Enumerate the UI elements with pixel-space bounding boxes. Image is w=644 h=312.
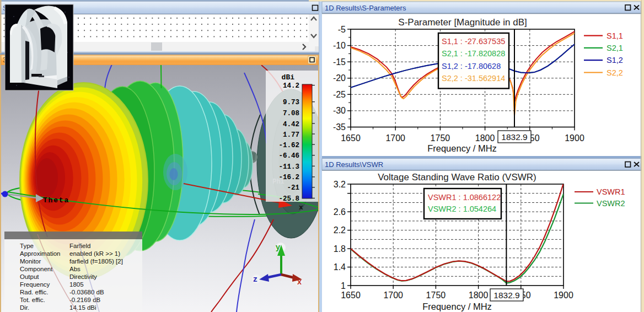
svg-text:1900: 1900 — [565, 133, 584, 143]
svg-text:VSWR1 : 1.0866122: VSWR1 : 1.0866122 — [428, 193, 501, 202]
svg-text:1: 1 — [341, 281, 346, 291]
svg-text:1800: 1800 — [475, 133, 495, 143]
svg-text:dBi: dBi — [282, 73, 295, 82]
svg-text:1.77: 1.77 — [283, 131, 299, 139]
svg-text:-25: -25 — [333, 90, 346, 99]
svg-text:1832.9: 1832.9 — [501, 132, 527, 142]
svg-text:9.73: 9.73 — [283, 99, 299, 106]
svg-text:y: y — [276, 243, 281, 252]
svg-text:-6.46: -6.46 — [278, 152, 299, 160]
svg-text:S2,1 : -17.820828: S2,1 : -17.820828 — [442, 49, 505, 58]
svg-text:1700: 1700 — [383, 291, 403, 300]
svg-text:-20: -20 — [333, 73, 346, 83]
svg-text:x: x — [297, 278, 302, 287]
svg-text:-15: -15 — [333, 57, 346, 67]
svg-text:Monitor: Monitor — [20, 258, 41, 265]
svg-text:1D Results\VSWR: 1D Results\VSWR — [325, 160, 383, 169]
svg-text:-10: -10 — [333, 41, 346, 50]
svg-text:-35: -35 — [333, 122, 346, 132]
svg-text:Frequency / MHz: Frequency / MHz — [427, 143, 497, 153]
svg-text:1650: 1650 — [341, 291, 361, 300]
svg-text:14.2: 14.2 — [283, 82, 299, 90]
svg-text:farfield (f=1805) [2]: farfield (f=1805) [2] — [69, 258, 123, 265]
svg-text:1805: 1805 — [69, 281, 84, 288]
svg-text:S1,1 : -27.637535: S1,1 : -27.637535 — [442, 37, 505, 46]
svg-text:2.6: 2.6 — [334, 207, 346, 217]
svg-text:-1.62: -1.62 — [278, 142, 299, 149]
svg-text:S2,1: S2,1 — [607, 44, 623, 52]
svg-text:z: z — [253, 275, 257, 284]
svg-text:S2,2 : -31.562914: S2,2 : -31.562914 — [442, 74, 505, 83]
svg-text:1D Results\S-Parameters: 1D Results\S-Parameters — [325, 4, 406, 12]
svg-text:-30: -30 — [333, 106, 346, 115]
svg-text:-21: -21 — [287, 184, 299, 192]
svg-text:1.8: 1.8 — [334, 244, 346, 254]
svg-text:4.42: 4.42 — [283, 121, 299, 128]
svg-text:-11.3: -11.3 — [278, 163, 299, 171]
svg-text:VSWR1: VSWR1 — [597, 187, 625, 196]
svg-text:S1,1: S1,1 — [607, 31, 623, 40]
svg-text:VSWR2: VSWR2 — [597, 199, 625, 208]
svg-text:x: x — [299, 203, 303, 212]
svg-text:enabled (kR >> 1): enabled (kR >> 1) — [69, 250, 120, 257]
svg-text:Tot. effic.: Tot. effic. — [20, 297, 45, 303]
svg-text:Rad. effic.: Rad. effic. — [20, 289, 49, 295]
svg-text:3.2: 3.2 — [334, 180, 346, 189]
svg-text:1832.9: 1832.9 — [493, 291, 519, 300]
svg-text:S2,2: S2,2 — [607, 68, 623, 77]
svg-text:Abs: Abs — [69, 266, 80, 272]
svg-text:Theta: Theta — [43, 196, 69, 205]
svg-text:1900: 1900 — [554, 291, 573, 300]
svg-text:Component: Component — [20, 266, 53, 272]
svg-text:14.15 dBi: 14.15 dBi — [69, 304, 96, 311]
svg-text:Approximation: Approximation — [20, 250, 61, 257]
svg-text:-0.03680 dB: -0.03680 dB — [69, 289, 104, 295]
svg-text:-25.8: -25.8 — [278, 195, 299, 203]
svg-text:Frequency / MHz: Frequency / MHz — [422, 302, 492, 311]
svg-text:Type: Type — [20, 243, 34, 249]
svg-text:S-Parameter [Magnitude in dB]: S-Parameter [Magnitude in dB] — [398, 17, 527, 28]
svg-text:VSWR2 : 1.054264: VSWR2 : 1.054264 — [428, 205, 496, 213]
svg-text:S1,2: S1,2 — [607, 56, 623, 64]
svg-text:1700: 1700 — [385, 133, 405, 143]
svg-text:S1,2 : -17.80628: S1,2 : -17.80628 — [442, 62, 501, 71]
svg-text:1.4: 1.4 — [334, 262, 346, 272]
svg-text:Output: Output — [20, 273, 39, 280]
svg-text:1750: 1750 — [426, 291, 446, 300]
svg-text:Directivity: Directivity — [69, 273, 97, 280]
svg-text:1800: 1800 — [469, 291, 489, 300]
svg-text:Dir.: Dir. — [20, 304, 29, 311]
svg-text:2.2: 2.2 — [334, 225, 346, 235]
svg-text:Frequency: Frequency — [20, 281, 50, 288]
svg-text:7.08: 7.08 — [283, 110, 299, 117]
svg-text:-5: -5 — [338, 25, 346, 34]
svg-text:1750: 1750 — [431, 133, 450, 143]
svg-text:Voltage Standing Wave Ratio (V: Voltage Standing Wave Ratio (VSWR) — [378, 172, 536, 182]
svg-text:-16.2: -16.2 — [278, 174, 299, 181]
svg-text:1650: 1650 — [341, 133, 361, 143]
